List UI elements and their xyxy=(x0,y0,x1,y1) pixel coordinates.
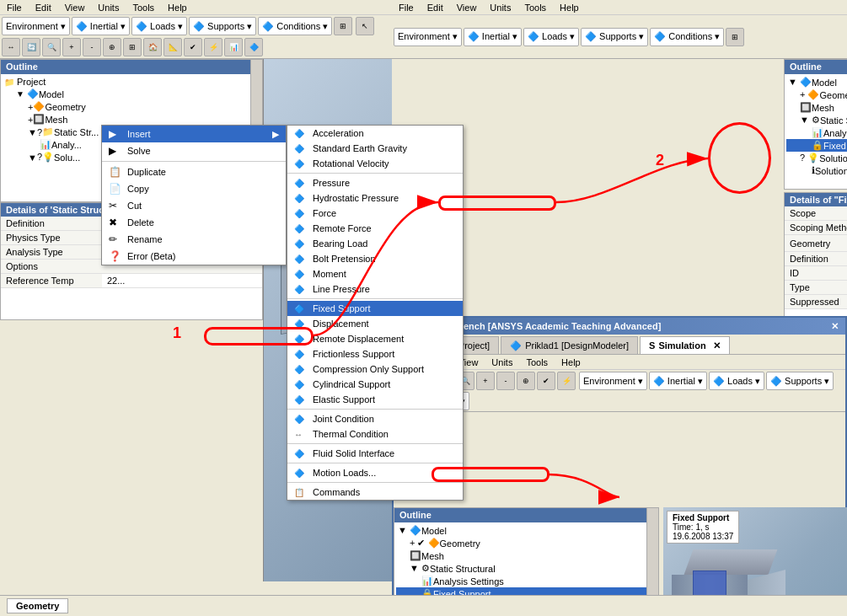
sub-line-pressure[interactable]: 🔷 Line Pressure xyxy=(287,281,463,297)
aw-tree-mesh[interactable]: 🔲 Mesh xyxy=(396,549,657,562)
right-more-btn[interactable]: ⊞ xyxy=(726,28,744,46)
right-inertial-btn[interactable]: 🔷 Inertial ▾ xyxy=(464,28,522,46)
right-env-btn[interactable]: Environment ▾ xyxy=(394,28,462,46)
menu-units[interactable]: Units xyxy=(94,2,122,13)
toolbar-icon-10[interactable]: 📐 xyxy=(164,38,182,56)
aw-tree-analysis-settings[interactable]: 📊 Analysis Settings xyxy=(396,575,657,587)
ctx-error[interactable]: ❓ Error (Beta) xyxy=(102,248,286,265)
sub-bearing-load[interactable]: 🔷 Bearing Load xyxy=(287,236,463,251)
aw-tools[interactable]: Tools xyxy=(523,356,551,368)
sub-elastic[interactable]: 🔷 Elastic Support xyxy=(287,392,463,407)
menu-file[interactable]: File xyxy=(3,2,25,13)
aw-toolbar-icon-5[interactable]: + xyxy=(476,372,495,390)
toolbar-icon-13[interactable]: 📊 xyxy=(224,38,243,56)
rt-tree-solution-info[interactable]: ℹ Solution Information xyxy=(786,164,847,177)
right-menu-help[interactable]: Help xyxy=(556,2,582,13)
rt-tree-solution[interactable]: ? 💡 Solution xyxy=(786,152,847,164)
aw-toolbar-icon-7[interactable]: ⊕ xyxy=(517,372,535,390)
right-supports-btn[interactable]: 🔷 Supports ▾ xyxy=(581,28,648,46)
sub-compression-only[interactable]: 🔷 Compression Only Support xyxy=(287,362,463,377)
tree-model[interactable]: ▼ 🔷 Model xyxy=(3,88,260,100)
sub-bolt[interactable]: 🔷 Bolt Pretension xyxy=(287,251,463,266)
sub-force[interactable]: 🔷 Force xyxy=(287,206,463,221)
aw-tree-model[interactable]: ▼ 🔷 Model xyxy=(396,524,657,537)
ctx-rename[interactable]: ✏ Rename xyxy=(102,231,286,248)
sub-remote-displacement[interactable]: 🔷 Remote Displacement xyxy=(287,331,463,346)
rt-tree-model[interactable]: ▼ 🔷 Model xyxy=(786,76,847,88)
toolbar-icon-6[interactable]: - xyxy=(83,38,101,56)
aw-help[interactable]: Help xyxy=(558,356,584,368)
right-menu-view[interactable]: View xyxy=(453,2,480,13)
aw-toolbar-icon-8[interactable]: ✔ xyxy=(537,372,555,390)
rt-tree-analysis-settings[interactable]: 📊 Analysis Settings xyxy=(786,126,847,139)
toolbar-loads-btn[interactable]: 🔷 Loads ▾ xyxy=(131,17,187,35)
toolbar-more-btn[interactable]: ⊞ xyxy=(334,17,352,35)
toolbar-icon-1[interactable]: ↖ xyxy=(356,17,374,35)
right-menu-units[interactable]: Units xyxy=(486,2,514,13)
aw-toolbar-icon-9[interactable]: ⚡ xyxy=(557,372,576,390)
tab-designmodeler[interactable]: 🔷 Priklad1 [DesignModeler] xyxy=(501,336,638,354)
menu-view[interactable]: View xyxy=(62,2,88,13)
rt-tree-static[interactable]: ▼ ⚙ Static Structural xyxy=(786,114,847,126)
aw-toolbar-icon-6[interactable]: - xyxy=(496,372,515,390)
sub-acceleration[interactable]: 🔷 Acceleration xyxy=(287,126,463,141)
right-loads-btn[interactable]: 🔷 Loads ▾ xyxy=(523,28,579,46)
aw-inertial-btn[interactable]: 🔷 Inertial ▾ xyxy=(649,372,707,390)
aw-loads-btn[interactable]: 🔷 Loads ▾ xyxy=(709,372,764,390)
ctx-insert[interactable]: ▶ Insert ▶ xyxy=(102,126,286,142)
ctx-solve[interactable]: ▶ Solve xyxy=(102,142,286,159)
aw-env-btn[interactable]: Environment ▾ xyxy=(579,372,647,390)
sub-cylindrical[interactable]: 🔷 Cylindrical Support xyxy=(287,377,463,392)
aw-units[interactable]: Units xyxy=(488,356,516,368)
toolbar-icon-5[interactable]: + xyxy=(62,38,81,56)
toolbar-icon-14[interactable]: 🔷 xyxy=(244,38,263,56)
tab-geometry[interactable]: Geometry xyxy=(7,598,68,613)
toolbar-icon-3[interactable]: 🔄 xyxy=(22,38,40,56)
sub-joint[interactable]: 🔷 Joint Condition xyxy=(287,411,463,426)
toolbar-icon-12[interactable]: ⚡ xyxy=(204,38,222,56)
menu-edit[interactable]: Edit xyxy=(32,2,55,13)
toolbar-inertial-btn[interactable]: 🔷 Inertial ▾ xyxy=(72,17,130,35)
sub-rotational-velocity[interactable]: 🔷 Rotational Velocity xyxy=(287,156,463,171)
toolbar-icon-4[interactable]: 🔍 xyxy=(42,38,61,56)
sub-fluid-solid[interactable]: 🔷 Fluid Solid Interface xyxy=(287,446,463,461)
sub-earth-gravity[interactable]: 🔷 Standard Earth Gravity xyxy=(287,141,463,156)
toolbar-conditions-btn[interactable]: 🔷 Conditions ▾ xyxy=(258,17,332,35)
rt-tree-geometry[interactable]: + 🔶 Geometry xyxy=(786,88,847,101)
right-menu-file[interactable]: File xyxy=(395,2,417,13)
aw-supports-btn[interactable]: 🔷 Supports ▾ xyxy=(766,372,834,390)
ctx-cut[interactable]: ✂ Cut xyxy=(102,197,286,214)
sim-tab-close[interactable]: ✕ xyxy=(713,340,721,351)
ctx-duplicate[interactable]: 📋 Duplicate xyxy=(102,163,286,180)
sub-moment[interactable]: 🔷 Moment xyxy=(287,266,463,281)
sub-hydrostatic[interactable]: 🔷 Hydrostatic Pressure xyxy=(287,190,463,206)
sub-motion-loads[interactable]: 🔷 Motion Loads... xyxy=(287,465,463,480)
tree-geometry[interactable]: + 🔶 Geometry xyxy=(3,100,260,113)
right-conditions-btn[interactable]: 🔷 Conditions ▾ xyxy=(650,28,724,46)
toolbar-icon-11[interactable]: ✔ xyxy=(184,38,202,56)
toolbar-icon-7[interactable]: ⊕ xyxy=(103,38,121,56)
aw-tree-geometry[interactable]: + ✔ 🔶 Geometry xyxy=(396,537,657,549)
toolbar-supports-btn[interactable]: 🔷 Supports ▾ xyxy=(189,17,256,35)
toolbar-icon-9[interactable]: 🏠 xyxy=(143,38,162,56)
toolbar-icon-8[interactable]: ⊞ xyxy=(123,38,142,56)
ctx-delete[interactable]: ✖ Delete xyxy=(102,214,286,231)
aw-tree-static[interactable]: ▼ ⚙ Static Structural xyxy=(396,562,657,575)
ctx-copy[interactable]: 📄 Copy xyxy=(102,180,286,197)
sub-remote-force[interactable]: 🔷 Remote Force xyxy=(287,221,463,236)
right-menu-edit[interactable]: Edit xyxy=(424,2,447,13)
toolbar-env-btn[interactable]: Environment ▾ xyxy=(2,17,70,35)
tree-project[interactable]: 📁 Project xyxy=(3,76,260,88)
sub-thermal[interactable]: ↔ Thermal Condition xyxy=(287,426,463,442)
ansys-close-icon[interactable]: ✕ xyxy=(831,321,839,332)
sub-fixed-support[interactable]: 🔷 Fixed Support xyxy=(287,301,463,316)
sub-frictionless[interactable]: 🔷 Frictionless Support xyxy=(287,346,463,362)
sub-displacement[interactable]: 🔷 Displacement xyxy=(287,316,463,331)
rt-tree-mesh[interactable]: 🔲 Mesh xyxy=(786,101,847,114)
toolbar-icon-2[interactable]: ↔ xyxy=(2,38,20,56)
tab-simulation[interactable]: S Simulation ✕ xyxy=(640,336,730,354)
rt-tree-fixed-support[interactable]: 🔒 Fixed Support xyxy=(786,139,847,152)
sub-pressure[interactable]: 🔷 Pressure xyxy=(287,175,463,190)
tree-mesh[interactable]: + 🔲 Mesh xyxy=(3,113,260,126)
menu-help[interactable]: Help xyxy=(164,2,190,13)
